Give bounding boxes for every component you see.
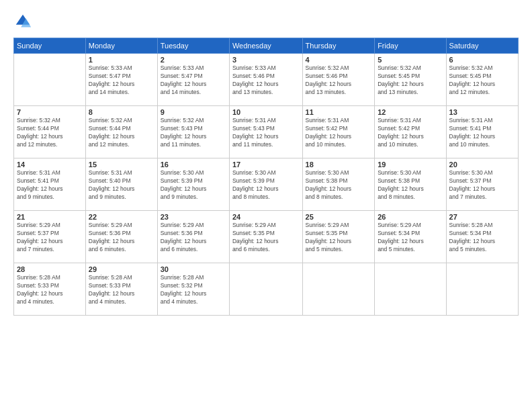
- calendar-cell: 24Sunrise: 5:29 AM Sunset: 5:35 PM Dayli…: [229, 211, 302, 263]
- day-info: Sunrise: 5:29 AM Sunset: 5:34 PM Dayligh…: [378, 222, 443, 254]
- calendar-cell: 27Sunrise: 5:28 AM Sunset: 5:34 PM Dayli…: [446, 211, 518, 263]
- calendar-cell: 23Sunrise: 5:29 AM Sunset: 5:36 PM Dayli…: [157, 211, 229, 263]
- day-info: Sunrise: 5:32 AM Sunset: 5:43 PM Dayligh…: [161, 117, 226, 149]
- day-number: 21: [17, 213, 83, 221]
- calendar-cell: 9Sunrise: 5:32 AM Sunset: 5:43 PM Daylig…: [157, 106, 229, 158]
- calendar-cell: 25Sunrise: 5:29 AM Sunset: 5:35 PM Dayli…: [302, 211, 375, 263]
- day-info: Sunrise: 5:33 AM Sunset: 5:46 PM Dayligh…: [232, 64, 300, 97]
- day-info: Sunrise: 5:30 AM Sunset: 5:37 PM Dayligh…: [449, 169, 515, 201]
- day-number: 7: [17, 108, 83, 116]
- week-row-1: 1Sunrise: 5:33 AM Sunset: 5:47 PM Daylig…: [14, 54, 519, 106]
- day-number: 6: [449, 56, 515, 64]
- day-info: Sunrise: 5:32 AM Sunset: 5:45 PM Dayligh…: [378, 64, 443, 97]
- header-cell-sunday: Sunday: [14, 38, 86, 54]
- calendar-cell: 10Sunrise: 5:31 AM Sunset: 5:43 PM Dayli…: [229, 106, 302, 158]
- day-info: Sunrise: 5:32 AM Sunset: 5:44 PM Dayligh…: [89, 117, 154, 149]
- header-cell-thursday: Thursday: [302, 38, 375, 54]
- day-info: Sunrise: 5:28 AM Sunset: 5:33 PM Dayligh…: [17, 274, 83, 306]
- calendar-cell: [14, 54, 86, 106]
- day-info: Sunrise: 5:28 AM Sunset: 5:33 PM Dayligh…: [89, 274, 154, 306]
- day-number: 11: [306, 108, 372, 116]
- week-row-3: 14Sunrise: 5:31 AM Sunset: 5:41 PM Dayli…: [14, 158, 519, 211]
- day-info: Sunrise: 5:31 AM Sunset: 5:43 PM Dayligh…: [232, 117, 300, 149]
- day-info: Sunrise: 5:31 AM Sunset: 5:42 PM Dayligh…: [306, 117, 372, 149]
- day-number: 22: [89, 213, 154, 221]
- day-number: 2: [161, 56, 226, 64]
- day-number: 14: [17, 161, 83, 169]
- day-number: 29: [89, 265, 154, 273]
- day-number: 20: [449, 161, 515, 169]
- day-info: Sunrise: 5:33 AM Sunset: 5:47 PM Dayligh…: [89, 64, 154, 97]
- calendar-cell: 15Sunrise: 5:31 AM Sunset: 5:40 PM Dayli…: [85, 158, 157, 211]
- header-row: SundayMondayTuesdayWednesdayThursdayFrid…: [14, 38, 519, 54]
- calendar-cell: [229, 263, 302, 316]
- calendar-cell: 8Sunrise: 5:32 AM Sunset: 5:44 PM Daylig…: [85, 106, 157, 158]
- logo-icon: [13, 12, 32, 31]
- header-cell-wednesday: Wednesday: [229, 38, 302, 54]
- day-info: Sunrise: 5:31 AM Sunset: 5:41 PM Dayligh…: [17, 169, 83, 201]
- day-number: 16: [161, 161, 226, 169]
- day-info: Sunrise: 5:28 AM Sunset: 5:32 PM Dayligh…: [161, 274, 226, 306]
- calendar-cell: [375, 263, 446, 316]
- day-number: 19: [378, 161, 443, 169]
- day-number: 15: [89, 161, 154, 169]
- header-area: [13, 12, 519, 31]
- calendar-cell: 29Sunrise: 5:28 AM Sunset: 5:33 PM Dayli…: [85, 263, 157, 316]
- calendar-cell: 13Sunrise: 5:31 AM Sunset: 5:41 PM Dayli…: [446, 106, 518, 158]
- calendar-cell: 6Sunrise: 5:32 AM Sunset: 5:45 PM Daylig…: [446, 54, 518, 106]
- day-number: 30: [161, 265, 226, 273]
- day-number: 3: [232, 56, 300, 64]
- day-info: Sunrise: 5:28 AM Sunset: 5:34 PM Dayligh…: [449, 222, 515, 254]
- day-info: Sunrise: 5:29 AM Sunset: 5:37 PM Dayligh…: [17, 222, 83, 254]
- day-number: 17: [232, 161, 300, 169]
- day-info: Sunrise: 5:33 AM Sunset: 5:47 PM Dayligh…: [161, 64, 226, 97]
- day-number: 25: [306, 213, 372, 221]
- calendar-cell: 26Sunrise: 5:29 AM Sunset: 5:34 PM Dayli…: [375, 211, 446, 263]
- calendar-cell: 11Sunrise: 5:31 AM Sunset: 5:42 PM Dayli…: [302, 106, 375, 158]
- day-number: 27: [449, 213, 515, 221]
- calendar-cell: 17Sunrise: 5:30 AM Sunset: 5:39 PM Dayli…: [229, 158, 302, 211]
- calendar-cell: 14Sunrise: 5:31 AM Sunset: 5:41 PM Dayli…: [14, 158, 86, 211]
- calendar-cell: 1Sunrise: 5:33 AM Sunset: 5:47 PM Daylig…: [85, 54, 157, 106]
- header-cell-tuesday: Tuesday: [157, 38, 229, 54]
- day-number: 10: [232, 108, 300, 116]
- day-info: Sunrise: 5:32 AM Sunset: 5:44 PM Dayligh…: [17, 117, 83, 149]
- day-number: 1: [89, 56, 154, 64]
- calendar-cell: [446, 263, 518, 316]
- day-number: 28: [17, 265, 83, 273]
- day-info: Sunrise: 5:32 AM Sunset: 5:45 PM Dayligh…: [449, 64, 515, 97]
- day-number: 23: [161, 213, 226, 221]
- day-info: Sunrise: 5:31 AM Sunset: 5:40 PM Dayligh…: [89, 169, 154, 201]
- day-info: Sunrise: 5:30 AM Sunset: 5:39 PM Dayligh…: [161, 169, 226, 201]
- calendar-cell: 21Sunrise: 5:29 AM Sunset: 5:37 PM Dayli…: [14, 211, 86, 263]
- calendar-cell: 2Sunrise: 5:33 AM Sunset: 5:47 PM Daylig…: [157, 54, 229, 106]
- calendar-cell: 12Sunrise: 5:31 AM Sunset: 5:42 PM Dayli…: [375, 106, 446, 158]
- day-number: 5: [378, 56, 443, 64]
- day-info: Sunrise: 5:29 AM Sunset: 5:36 PM Dayligh…: [161, 222, 226, 254]
- calendar-cell: 4Sunrise: 5:32 AM Sunset: 5:46 PM Daylig…: [302, 54, 375, 106]
- calendar-cell: 16Sunrise: 5:30 AM Sunset: 5:39 PM Dayli…: [157, 158, 229, 211]
- page: SundayMondayTuesdayWednesdayThursdayFrid…: [0, 0, 532, 411]
- day-info: Sunrise: 5:32 AM Sunset: 5:46 PM Dayligh…: [306, 64, 372, 97]
- calendar-cell: 20Sunrise: 5:30 AM Sunset: 5:37 PM Dayli…: [446, 158, 518, 211]
- calendar-cell: 7Sunrise: 5:32 AM Sunset: 5:44 PM Daylig…: [14, 106, 86, 158]
- day-info: Sunrise: 5:31 AM Sunset: 5:42 PM Dayligh…: [378, 117, 443, 149]
- day-number: 4: [306, 56, 372, 64]
- calendar-cell: 18Sunrise: 5:30 AM Sunset: 5:38 PM Dayli…: [302, 158, 375, 211]
- day-info: Sunrise: 5:29 AM Sunset: 5:35 PM Dayligh…: [306, 222, 372, 254]
- header-cell-saturday: Saturday: [446, 38, 518, 54]
- day-info: Sunrise: 5:31 AM Sunset: 5:41 PM Dayligh…: [449, 117, 515, 149]
- header-cell-monday: Monday: [85, 38, 157, 54]
- calendar-cell: 5Sunrise: 5:32 AM Sunset: 5:45 PM Daylig…: [375, 54, 446, 106]
- day-number: 13: [449, 108, 515, 116]
- day-number: 26: [378, 213, 443, 221]
- day-number: 9: [161, 108, 226, 116]
- week-row-4: 21Sunrise: 5:29 AM Sunset: 5:37 PM Dayli…: [14, 211, 519, 263]
- calendar-cell: 19Sunrise: 5:30 AM Sunset: 5:38 PM Dayli…: [375, 158, 446, 211]
- day-info: Sunrise: 5:29 AM Sunset: 5:36 PM Dayligh…: [89, 222, 154, 254]
- day-number: 18: [306, 161, 372, 169]
- calendar-cell: [302, 263, 375, 316]
- calendar-table: SundayMondayTuesdayWednesdayThursdayFrid…: [13, 38, 519, 316]
- day-info: Sunrise: 5:30 AM Sunset: 5:38 PM Dayligh…: [378, 169, 443, 201]
- day-info: Sunrise: 5:30 AM Sunset: 5:38 PM Dayligh…: [306, 169, 372, 201]
